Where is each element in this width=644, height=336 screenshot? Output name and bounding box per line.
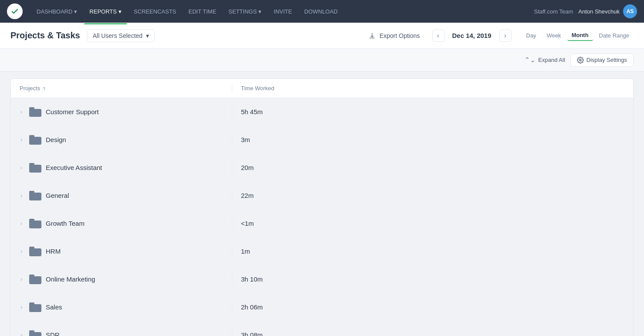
table-row: › Executive Assistant 20m bbox=[11, 154, 633, 182]
users-selector-label: All Users Selected bbox=[93, 32, 142, 39]
folder-icon bbox=[29, 135, 41, 145]
row-left-5: › HRM bbox=[11, 247, 232, 256]
table-row: › HRM 1m bbox=[11, 238, 633, 265]
nav-item-settings[interactable]: SETTINGS ▾ bbox=[223, 6, 267, 17]
project-name: Growth Team bbox=[46, 220, 85, 227]
row-left-1: › Design bbox=[11, 135, 232, 145]
main-content: Projects ↑ Time Worked › Customer Suppor… bbox=[0, 78, 644, 336]
next-date-button[interactable]: › bbox=[499, 30, 512, 42]
table-row: › General 22m bbox=[11, 182, 633, 210]
project-name: SDR bbox=[46, 331, 60, 336]
folder-icon bbox=[29, 163, 41, 173]
chevron-expand-icon[interactable]: › bbox=[18, 304, 25, 310]
time-worked-value: 3m bbox=[232, 136, 633, 143]
time-worked-value: 5h 45m bbox=[232, 108, 633, 115]
project-name: HRM bbox=[46, 248, 61, 255]
row-left-0: › Customer Support bbox=[11, 107, 232, 117]
nav-item-edit-time[interactable]: EDIT TIME bbox=[183, 6, 222, 17]
user-info[interactable]: Anton Shevchuk AS bbox=[578, 4, 637, 18]
time-worked-value: 22m bbox=[232, 192, 633, 199]
tab-date-range[interactable]: Date Range bbox=[595, 31, 634, 41]
nav-item-invite[interactable]: INVITE bbox=[268, 6, 297, 17]
time-worked-value: 3h 10m bbox=[232, 275, 633, 283]
time-worked-value: <1m bbox=[232, 220, 633, 227]
folder-icon bbox=[29, 275, 41, 284]
row-left-2: › Executive Assistant bbox=[11, 163, 232, 173]
period-tabs: Day Week Month Date Range bbox=[522, 30, 634, 41]
subheader: Projects & Tasks All Users Selected ▾ Ex… bbox=[0, 23, 644, 49]
top-navigation: DASHBOARD ▾ REPORTS ▾ SCREENCASTS EDIT T… bbox=[0, 0, 644, 23]
table-row: › Online Marketing 3h 10m bbox=[11, 265, 633, 293]
chevron-expand-icon[interactable]: › bbox=[18, 109, 25, 115]
chevron-expand-icon[interactable]: › bbox=[18, 276, 25, 282]
export-label: Export Options bbox=[380, 32, 420, 39]
chevron-down-icon: ▾ bbox=[119, 8, 122, 15]
row-left-4: › Growth Team bbox=[11, 219, 232, 228]
chevron-down-icon: ▾ bbox=[258, 8, 261, 15]
page-title: Projects & Tasks bbox=[10, 31, 80, 41]
table-row: › Design 3m bbox=[11, 126, 633, 154]
prev-date-button[interactable]: ‹ bbox=[432, 30, 444, 42]
svg-point-1 bbox=[580, 59, 581, 61]
expand-all-button[interactable]: ⌃⌄ Expand All bbox=[524, 56, 565, 64]
toolbar-row: ⌃⌄ Expand All Display Settings bbox=[0, 49, 644, 71]
project-name: General bbox=[46, 192, 69, 199]
chevron-collapse-icon: ⌃⌄ bbox=[524, 56, 536, 64]
app-logo[interactable] bbox=[7, 3, 23, 19]
row-left-3: › General bbox=[11, 191, 232, 200]
time-worked-value: 20m bbox=[232, 164, 633, 171]
table-header: Projects ↑ Time Worked bbox=[11, 79, 633, 98]
nav-item-reports[interactable]: REPORTS ▾ bbox=[84, 6, 127, 17]
table-row: › Sales 2h 06m bbox=[11, 293, 633, 321]
folder-icon bbox=[29, 330, 41, 336]
table-row: › SDR 3h 08m bbox=[11, 321, 633, 336]
avatar: AS bbox=[623, 4, 637, 18]
chevron-expand-icon[interactable]: › bbox=[18, 221, 25, 227]
project-name: Online Marketing bbox=[46, 275, 95, 283]
tab-month[interactable]: Month bbox=[567, 30, 593, 41]
table-body: › Customer Support 5h 45m › Design 3m bbox=[11, 98, 633, 336]
team-name: Staff.com Team bbox=[534, 8, 573, 15]
chevron-down-icon: ▾ bbox=[146, 32, 149, 39]
row-left-8: › SDR bbox=[11, 330, 232, 336]
time-worked-value: 1m bbox=[232, 248, 633, 255]
projects-table: Projects ↑ Time Worked › Customer Suppor… bbox=[10, 78, 634, 336]
date-label: Dec 14, 2019 bbox=[448, 32, 496, 39]
user-name: Anton Shevchuk bbox=[578, 8, 620, 15]
sort-icon: ↑ bbox=[43, 85, 46, 92]
table-row: › Growth Team <1m bbox=[11, 210, 633, 238]
nav-right: Staff.com Team Anton Shevchuk AS bbox=[534, 4, 637, 18]
nav-item-screencasts[interactable]: SCREENCASTS bbox=[129, 6, 182, 17]
svg-rect-0 bbox=[369, 37, 375, 38]
col-header-projects[interactable]: Projects ↑ bbox=[11, 85, 232, 92]
folder-icon bbox=[29, 107, 41, 117]
time-worked-value: 3h 08m bbox=[232, 331, 633, 336]
folder-icon bbox=[29, 219, 41, 228]
folder-icon bbox=[29, 191, 41, 200]
project-name: Executive Assistant bbox=[46, 164, 102, 171]
row-left-7: › Sales bbox=[11, 302, 232, 312]
chevron-expand-icon[interactable]: › bbox=[18, 165, 25, 171]
folder-icon bbox=[29, 247, 41, 256]
row-left-6: › Online Marketing bbox=[11, 275, 232, 284]
project-name: Customer Support bbox=[46, 108, 99, 115]
chevron-expand-icon[interactable]: › bbox=[18, 193, 25, 199]
col-header-time-worked: Time Worked bbox=[232, 85, 633, 92]
users-selector[interactable]: All Users Selected ▾ bbox=[87, 29, 155, 42]
export-options-button[interactable]: Export Options bbox=[363, 29, 425, 42]
tab-day[interactable]: Day bbox=[522, 31, 541, 41]
chevron-expand-icon[interactable]: › bbox=[18, 332, 25, 336]
display-settings-button[interactable]: Display Settings bbox=[570, 54, 634, 67]
nav-item-download[interactable]: DOWNLOAD bbox=[299, 6, 343, 17]
project-name: Design bbox=[46, 136, 66, 143]
date-navigation: ‹ Dec 14, 2019 › bbox=[432, 30, 512, 42]
chevron-expand-icon[interactable]: › bbox=[18, 248, 25, 255]
chevron-expand-icon[interactable]: › bbox=[18, 137, 25, 143]
table-row: › Customer Support 5h 45m bbox=[11, 98, 633, 126]
time-worked-value: 2h 06m bbox=[232, 303, 633, 311]
folder-icon bbox=[29, 302, 41, 312]
chevron-down-icon: ▾ bbox=[74, 8, 77, 15]
project-name: Sales bbox=[46, 303, 62, 311]
tab-week[interactable]: Week bbox=[542, 31, 566, 41]
nav-item-dashboard[interactable]: DASHBOARD ▾ bbox=[31, 6, 82, 17]
